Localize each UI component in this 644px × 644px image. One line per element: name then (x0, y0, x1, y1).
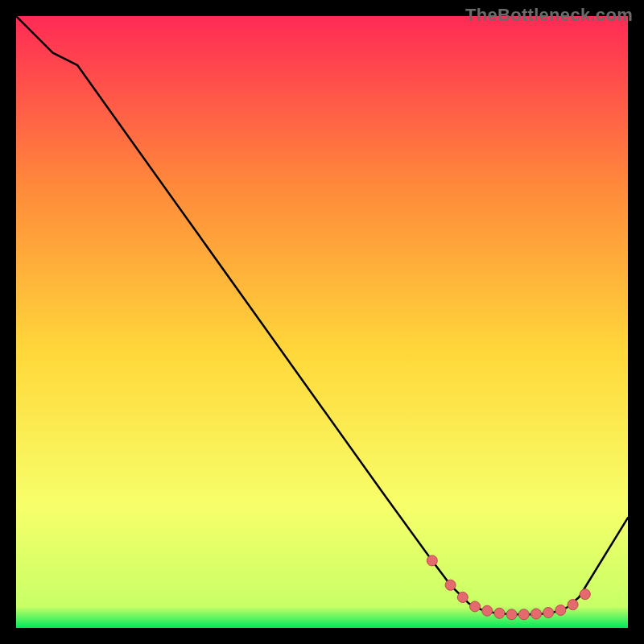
curve-marker (568, 600, 578, 610)
curve-marker (580, 589, 590, 600)
plot-svg (16, 16, 628, 628)
curve-marker (555, 605, 566, 615)
curve-marker (506, 609, 517, 620)
curve-marker (457, 592, 468, 603)
stage: TheBottleneck.com (0, 0, 644, 644)
curve-marker (531, 609, 542, 619)
curve-marker (494, 608, 505, 618)
curve-marker (482, 605, 493, 616)
watermark-text: TheBottleneck.com (465, 5, 633, 26)
plot-frame (16, 16, 628, 628)
curve-marker (518, 609, 529, 620)
curve-marker (445, 580, 456, 590)
curve-marker (470, 601, 481, 612)
curve-marker (543, 608, 554, 618)
curve-marker (427, 555, 437, 566)
